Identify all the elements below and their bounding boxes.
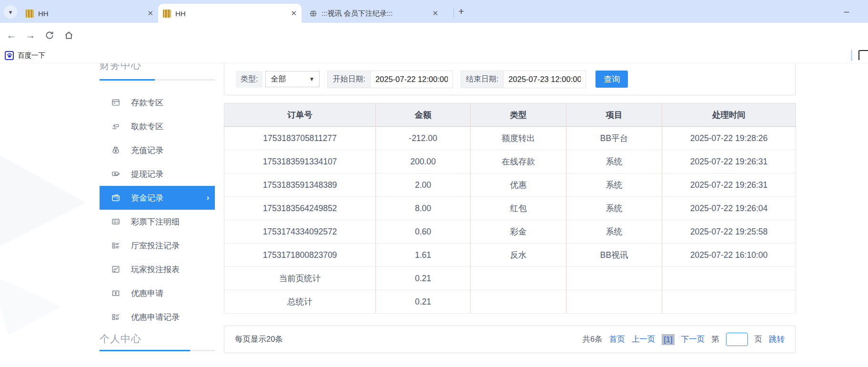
sidebar-item-label: 优惠申请 xyxy=(131,288,163,299)
table-row: 1753183705811277-212.00额度转出BB平台2025-07-2… xyxy=(224,127,796,150)
back-button[interactable]: ← xyxy=(4,28,19,43)
sidebar-item-label: 存款专区 xyxy=(131,97,163,108)
table-cell: 0.21 xyxy=(376,290,471,314)
bookmark-baidu[interactable]: 百度一下 xyxy=(5,49,45,61)
table-row: 当前页统计0.21 xyxy=(224,267,796,290)
table-cell: 彩金 xyxy=(471,220,566,244)
card-icon xyxy=(111,98,121,107)
page-jump-input[interactable] xyxy=(726,333,748,346)
table-row: 17531718008237091.61反水BB视讯2025-07-22 16:… xyxy=(224,244,796,267)
grid-list-icon xyxy=(111,312,121,322)
forward-button[interactable]: → xyxy=(23,28,38,43)
sidebar-item-label: 充值记录 xyxy=(131,145,163,156)
sidebar: 财务中心 存款专区取款专区充值记录提现记录资金记录›彩票下注明细厅室投注记录玩家… xyxy=(100,63,215,367)
table-cell: 2025-07-22 19:28:26 xyxy=(662,127,796,150)
table-row: 总统计0.21 xyxy=(224,290,796,314)
tab-search-button[interactable]: ▾ xyxy=(4,5,17,19)
coupon-icon xyxy=(111,288,121,298)
home-button[interactable] xyxy=(61,28,76,43)
table-cell: 0.21 xyxy=(376,267,471,290)
bookmarks-divider xyxy=(851,50,852,61)
sidebar-item-player-bet-report[interactable]: 玩家投注报表 xyxy=(100,257,215,281)
table-cell: 0.60 xyxy=(376,220,471,244)
sidebar-item-label: 厅室投注记录 xyxy=(131,240,180,251)
tab-title: HH xyxy=(175,10,286,18)
table-cell: 系统 xyxy=(566,173,662,197)
pagination-panel: 每页显示20条 共6条 首页 上一页 [1] 下一页 第 页 跳转 xyxy=(224,326,796,353)
table-cell: 在线存款 xyxy=(471,150,566,173)
browser-tab-strip: ▾ HH ✕ HH ✕ :::视讯 会员下注纪录::: ✕ + ─ xyxy=(0,0,868,23)
reload-button[interactable] xyxy=(42,28,57,43)
sidebar-item-lottery-bet-details[interactable]: 彩票下注明细 xyxy=(100,210,215,234)
sidebar-item-label: 优惠申请记录 xyxy=(131,312,180,323)
tab-title: HH xyxy=(38,10,142,18)
tab-close-icon[interactable]: ✕ xyxy=(432,9,438,18)
bookmarks-folder-icon[interactable] xyxy=(858,50,868,60)
tab-divider xyxy=(454,9,454,18)
decorative-triangle xyxy=(0,140,86,254)
next-page-link[interactable]: 下一页 xyxy=(681,334,705,345)
sidebar-item-promo-apply[interactable]: 优惠申请 xyxy=(100,281,215,305)
moneybag-icon xyxy=(111,145,121,155)
bookmarks-bar: 百度一下 xyxy=(0,48,868,63)
table-cell xyxy=(566,290,662,314)
table-header-row: 订单号金额类型项目处理时间 xyxy=(224,103,796,127)
prev-page-link[interactable]: 上一页 xyxy=(632,334,656,345)
table-cell: 1753171800823709 xyxy=(224,244,376,267)
filter-panel: 类型: 全部▼ 开始日期: 结束日期: 查询 xyxy=(224,63,796,95)
browser-tab-3[interactable]: :::视讯 会员下注纪录::: ✕ xyxy=(304,4,443,23)
type-label: 类型: xyxy=(236,71,262,88)
sidebar-item-deposit-zone[interactable]: 存款专区 xyxy=(100,91,215,114)
table-cell: 1753174334092572 xyxy=(224,220,376,244)
table-cell xyxy=(471,290,566,314)
baidu-paw-icon xyxy=(5,51,14,60)
end-date-label: 结束日期: xyxy=(461,71,504,88)
first-page-link[interactable]: 首页 xyxy=(609,334,625,345)
table-cell xyxy=(662,267,796,290)
tab-title: :::视讯 会员下注纪录::: xyxy=(322,9,427,18)
jump-button[interactable]: 跳转 xyxy=(769,334,785,345)
sidebar-item-label: 提现记录 xyxy=(131,169,163,180)
sidebar-item-withdraw-zone[interactable]: 取款专区 xyxy=(100,114,215,138)
sidebar-item-fund-records[interactable]: 资金记录› xyxy=(100,186,215,210)
sidebar-item-recharge-records[interactable]: 充值记录 xyxy=(100,138,215,162)
sidebar-item-withdrawal-records[interactable]: 提现记录 xyxy=(100,162,215,186)
table-row: 17531835913483892.00优惠系统2025-07-22 19:26… xyxy=(224,173,796,197)
start-date-input[interactable] xyxy=(371,71,453,87)
search-button[interactable]: 查询 xyxy=(595,71,628,88)
sidebar-item-promo-apply-records[interactable]: 优惠申请记录 xyxy=(100,305,215,329)
table-cell xyxy=(662,290,796,314)
chevron-right-icon: › xyxy=(207,194,209,202)
jump-prefix-label: 第 xyxy=(711,334,719,345)
table-cell: 8.00 xyxy=(376,197,471,220)
end-date-input[interactable] xyxy=(504,71,585,87)
new-tab-button[interactable]: + xyxy=(458,6,464,17)
grid-list-icon xyxy=(111,241,121,250)
globe-icon xyxy=(309,10,317,18)
sidebar-section-personal: 个人中心 xyxy=(100,332,215,351)
records-table: 订单号金额类型项目处理时间 1753183705811277-212.00额度转… xyxy=(224,103,796,314)
tab-close-icon[interactable]: ✕ xyxy=(147,9,153,18)
table-cell: -212.00 xyxy=(376,127,471,150)
window-minimize-button[interactable]: ─ xyxy=(839,5,854,18)
column-header: 订单号 xyxy=(224,103,376,127)
site-favicon xyxy=(163,10,171,18)
browser-toolbar: ← → mgm1065.com/hhcp/usercenter.html?ini… xyxy=(0,23,868,48)
sidebar-item-label: 玩家投注报表 xyxy=(131,264,180,275)
table-cell: 2.00 xyxy=(376,173,471,197)
table-cell: 当前页统计 xyxy=(224,267,376,290)
browser-tab-2-active[interactable]: HH ✕ xyxy=(158,4,302,23)
wallet-icon xyxy=(111,193,121,203)
sidebar-item-hall-bet-records[interactable]: 厅室投注记录 xyxy=(100,234,215,257)
hand-icon xyxy=(111,122,121,131)
decorative-triangle xyxy=(0,264,62,335)
tab-close-icon[interactable]: ✕ xyxy=(291,9,297,18)
table-row: 17531835642498528.00红包系统2025-07-22 19:26… xyxy=(224,197,796,220)
type-select[interactable]: 全部▼ xyxy=(265,71,320,87)
browser-tab-1[interactable]: HH ✕ xyxy=(21,4,158,23)
table-cell: 200.00 xyxy=(376,150,471,173)
list-icon xyxy=(111,217,121,226)
table-cell: 2025-07-22 19:26:04 xyxy=(662,197,796,220)
section-underline xyxy=(100,79,215,81)
table-cell: 1753183591334107 xyxy=(224,150,376,173)
